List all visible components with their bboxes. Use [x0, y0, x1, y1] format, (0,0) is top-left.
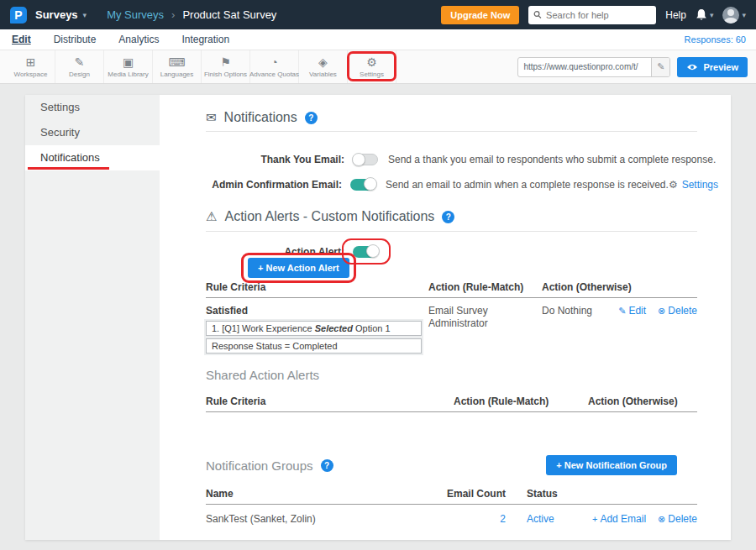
design-icon: ✎	[75, 56, 85, 69]
toolbar-label: Design	[69, 71, 90, 78]
edit-label: Edit	[628, 305, 646, 317]
survey-url-box: ✎	[517, 57, 670, 77]
toolbar-label: Settings	[360, 71, 384, 78]
toolbar-item-workspace[interactable]: ⊞ Workspace	[7, 50, 55, 83]
edit-url-icon[interactable]: ✎	[651, 58, 669, 76]
action-alert-toggle[interactable]	[353, 246, 378, 258]
chevron-down-icon: ▾	[83, 11, 87, 19]
col-email-count: Email Count	[447, 488, 506, 500]
toolbar-item-design[interactable]: ✎ Design	[55, 50, 104, 83]
help-link[interactable]: Help	[665, 9, 686, 21]
edit-alert-link[interactable]: ✎Edit	[618, 305, 646, 317]
settings-gear-icon: ⚙	[366, 56, 377, 69]
toolbar-item-finish-options[interactable]: ⚑ Finish Options	[202, 50, 250, 83]
help-circle-icon[interactable]: ?	[321, 459, 333, 472]
delete-label: Delete	[668, 513, 697, 525]
preview-button[interactable]: Preview	[677, 57, 748, 77]
sidebar-item-notifications[interactable]: Notifications	[25, 145, 160, 170]
delete-label: Delete	[668, 305, 697, 317]
admin-confirmation-toggle[interactable]	[350, 179, 375, 191]
criteria-text: 1. [Q1] Work Experience	[212, 323, 315, 333]
responses-count: Responses: 60	[685, 34, 746, 45]
admin-confirmation-row: Admin Confirmation Email: Send an email …	[206, 176, 718, 193]
tab-analytics[interactable]: Analytics	[118, 34, 159, 45]
toolbar-item-variables[interactable]: ◈ Variables	[299, 50, 348, 83]
tab-edit[interactable]: Edit	[12, 34, 31, 45]
rule-match-action: Email Survey	[428, 305, 488, 317]
new-notification-group-button[interactable]: + New Notification Group	[546, 455, 677, 475]
group-status[interactable]: Active	[527, 513, 554, 525]
table-header-line	[206, 297, 697, 298]
notification-groups-heading: Notification Groups ? + New Notification…	[206, 455, 697, 475]
surveys-menu[interactable]: Surveys ▾	[35, 8, 87, 21]
toolbar-item-settings[interactable]: ⚙ Settings	[348, 50, 396, 83]
toolbar-label: Variables	[309, 71, 337, 78]
otherwise-action: Do Nothing	[542, 305, 592, 317]
col-status: Status	[527, 488, 558, 500]
annotation-notifications-underline	[28, 167, 109, 170]
edit-toolbar: ⊞ Workspace ✎ Design ▣ Media Library ⌨ L…	[0, 50, 756, 84]
col-action-rule-match: Action (Rule-Match)	[428, 281, 523, 293]
add-email-link[interactable]: +Add Email	[592, 513, 646, 525]
variables-icon: ◈	[318, 56, 328, 69]
tab-distribute[interactable]: Distribute	[54, 34, 97, 45]
toolbar-label: Advance Quotas	[249, 71, 299, 78]
toolbar-right: ✎ Preview	[517, 50, 756, 83]
workspace-icon: ⊞	[26, 56, 36, 69]
delete-circle-icon: ⊗	[658, 306, 665, 316]
help-circle-icon[interactable]: ?	[442, 211, 454, 223]
sidebar-item-security[interactable]: Security	[25, 120, 160, 145]
toolbar-item-advance-quotas[interactable]: ◔ Advance Quotas	[250, 50, 299, 83]
thank-you-email-toggle[interactable]	[353, 154, 378, 165]
breadcrumb-my-surveys[interactable]: My Surveys	[107, 8, 164, 21]
help-search-box	[528, 6, 656, 24]
toolbar-item-languages[interactable]: ⌨ Languages	[153, 50, 202, 83]
toolbar-label: Workspace	[14, 71, 48, 78]
new-action-alert-button[interactable]: + New Action Alert	[248, 258, 349, 278]
new-action-alert-wrap: + New Action Alert	[248, 258, 349, 278]
help-search-input[interactable]	[546, 10, 651, 20]
top-bar: P Surveys ▾ My Surveys › Product Sat Sur…	[0, 0, 756, 29]
group-name: SankTest (Sanket, Zolin)	[206, 513, 316, 525]
warning-icon: ⚠	[206, 209, 217, 224]
delete-alert-link[interactable]: ⊗Delete	[658, 305, 697, 317]
delete-group-link[interactable]: ⊗Delete	[658, 513, 697, 525]
group-row-actions: +Add Email ⊗Delete	[592, 513, 697, 525]
pencil-icon: ✎	[618, 306, 626, 316]
surveys-menu-label: Surveys	[35, 8, 78, 21]
languages-icon: ⌨	[168, 56, 185, 69]
action-alerts-heading: ⚠ Action Alerts - Custom Notifications ?	[206, 209, 454, 224]
page-title: Notifications	[224, 110, 297, 125]
notifications-bell-menu[interactable]: ▾	[696, 8, 714, 22]
thank-you-email-row: Thank You Email: Send a thank you email …	[206, 151, 718, 168]
help-circle-icon[interactable]: ?	[305, 112, 318, 124]
bell-icon	[696, 8, 707, 22]
add-email-label: Add Email	[600, 513, 646, 525]
action-alerts-title: Action Alerts - Custom Notifications	[224, 209, 434, 224]
divider	[206, 131, 697, 132]
questionpro-logo[interactable]: P	[10, 7, 27, 24]
table-header-line	[206, 411, 697, 412]
notifications-heading: ✉ Notifications ?	[206, 110, 318, 125]
breadcrumb-separator: ›	[171, 8, 175, 21]
tab-integration[interactable]: Integration	[181, 34, 229, 45]
advance-quotas-icon: ◔	[270, 56, 277, 69]
toolbar-item-media-library[interactable]: ▣ Media Library	[104, 50, 153, 83]
action-alerts-table: Rule Criteria Action (Rule-Match) Action…	[206, 281, 697, 374]
sidebar-item-settings[interactable]: Settings	[25, 95, 160, 120]
survey-url-input[interactable]	[518, 62, 651, 71]
plus-icon: +	[592, 514, 597, 524]
admin-email-settings-link[interactable]: ⚙ Settings	[669, 179, 718, 191]
action-alert-label: Action Alert:	[206, 246, 344, 258]
criteria-text: Response Status = Completed	[212, 341, 338, 351]
account-menu[interactable]: ▾	[722, 7, 746, 24]
col-rule-criteria: Rule Criteria	[206, 281, 265, 293]
settings-link-label: Settings	[682, 179, 718, 191]
settings-card: Settings Security Notifications ✉ Notifi…	[25, 95, 731, 540]
upgrade-now-button[interactable]: Upgrade Now	[441, 6, 519, 24]
toggle-knob	[352, 153, 365, 166]
toolbar-label: Finish Options	[204, 71, 247, 78]
group-email-count-link[interactable]: 2	[447, 513, 506, 525]
thank-you-email-desc: Send a thank you email to respondents wh…	[388, 154, 716, 165]
avatar	[722, 7, 739, 24]
